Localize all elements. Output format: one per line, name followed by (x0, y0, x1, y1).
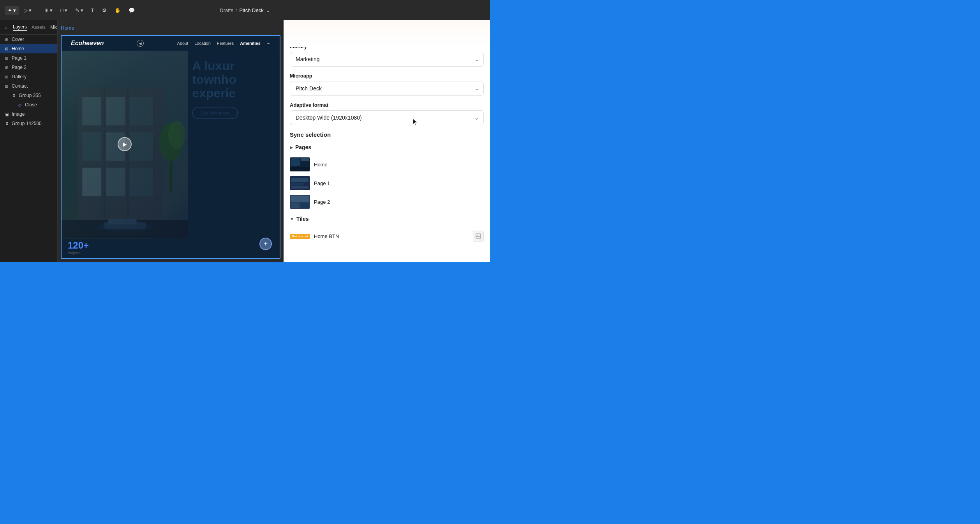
layer-group355[interactable]: ⠿ Group 355 (0, 91, 57, 100)
get-started-badge: Get started (290, 234, 310, 239)
layer-cover-label: Cover (12, 37, 24, 42)
hero-heading: A luxur townho experie (192, 59, 273, 101)
home-thumb-svg (290, 157, 310, 171)
layer-close[interactable]: ◇ Close (0, 100, 57, 109)
tile-image-btn[interactable] (473, 231, 484, 242)
svg-rect-29 (291, 196, 309, 202)
comment-tool-btn[interactable]: 💬 (125, 6, 138, 15)
move-icon: ▷ (24, 7, 28, 13)
layer-contact[interactable]: ⊞ Contact (0, 81, 57, 91)
layer-home[interactable]: ⊞ Home (0, 44, 57, 53)
tile-image-icon (476, 233, 481, 239)
layer-page2[interactable]: ⊞ Page 2 (0, 63, 57, 72)
adaptive-format-dropdown-wrapper: Desktop Wide (1920x1080) ⌄ (290, 110, 484, 125)
layer-page1-label: Page 1 (12, 55, 26, 61)
microapp-dropdown[interactable]: Pitch Deck (290, 81, 484, 96)
panel-body: ‹ Sync your microapp Library Marketing ⌄… (284, 21, 490, 258)
nav-back-btn: ◀ (137, 40, 144, 47)
toolbar-left-tools: ✦ ▾ ▷ ▾ ⊞ ▾ □ ▾ ✎ ▾ T (5, 6, 138, 15)
website-logo: Ecoheaven (71, 40, 104, 47)
hero-heading-line2: townho (192, 72, 236, 86)
layer-page1[interactable]: ⊞ Page 1 (0, 53, 57, 63)
frame-icon: ⊞ (44, 7, 49, 13)
sync-page-1: Page 1 (290, 174, 484, 192)
layer-gallery[interactable]: ⊞ Gallery (0, 72, 57, 81)
svg-rect-32 (476, 234, 481, 238)
library-dropdown-wrapper: Marketing ⌄ (290, 52, 484, 67)
select-dropdown-arrow: ▾ (13, 7, 16, 13)
page-thumb-page1 (290, 176, 310, 190)
tile-home-btn: Get started Home BTN (290, 227, 484, 245)
tiles-collapsible-header[interactable]: ▼ Tiles (290, 214, 484, 224)
vector-tool-btn[interactable]: ✎ ▾ (72, 6, 86, 15)
toolbar-sep-1 (38, 6, 38, 14)
tile-thumb-home-btn: Get started (290, 229, 310, 243)
layer-group142500[interactable]: ⠿ Group 142500 (0, 119, 57, 128)
vector-dropdown-arrow: ▾ (81, 7, 83, 13)
panel-back-btn[interactable]: ‹ (290, 27, 296, 36)
tab-microapp[interactable]: Microap... ▾ (50, 25, 58, 30)
close-diamond-icon: ◇ (17, 102, 23, 108)
tab-layers[interactable]: Layers (13, 23, 27, 31)
see-floor-plans-btn[interactable]: See floor plans (192, 107, 238, 119)
gallery-icon: ⊞ (4, 74, 9, 79)
hero-heading-line1: A luxur (192, 59, 234, 73)
canvas-frame-label: Home (61, 25, 74, 31)
hero-bottom-stats: 120+ Projects (62, 240, 280, 258)
nav-link-features: Features (217, 41, 234, 46)
sync-page1-label: Page 1 (314, 180, 330, 186)
page1-thumb-svg (290, 176, 310, 190)
vector-icon: ✎ (75, 7, 79, 13)
stat-projects: 120+ Projects (68, 240, 89, 255)
tab-assets[interactable]: Assets (32, 24, 46, 31)
shape-tool-btn[interactable]: □ ▾ (57, 6, 71, 15)
nav-link-about: About (177, 41, 188, 46)
component-tool-btn[interactable]: ⚙ (99, 6, 110, 15)
right-panel: Tiled × ‹ Sync your microapp Library Mar… (284, 0, 490, 262)
library-dropdown[interactable]: Marketing (290, 52, 484, 67)
layer-image[interactable]: ▣ Image (0, 109, 57, 119)
top-toolbar: ✦ ▾ ▷ ▾ ⊞ ▾ □ ▾ ✎ ▾ T (0, 0, 490, 20)
hand-tool-btn[interactable]: ✋ (111, 6, 124, 15)
website-preview: Ecoheaven ◀ About Location Features Amen… (62, 36, 280, 258)
breadcrumb-current[interactable]: Pitch Deck (240, 7, 264, 13)
select-icon: ✦ (8, 7, 12, 13)
svg-rect-26 (291, 183, 303, 185)
group355-icon: ⠿ (11, 93, 16, 98)
canvas-frame: Ecoheaven ◀ About Location Features Amen… (61, 35, 280, 259)
add-element-btn[interactable]: + (259, 238, 272, 250)
sync-selection-title: Sync selection (290, 131, 484, 138)
layer-group355-label: Group 355 (19, 93, 41, 98)
layer-image-label: Image (12, 111, 25, 117)
hero-text-area: A luxur townho experie See floor plans (186, 51, 280, 127)
svg-rect-23 (291, 167, 309, 171)
layer-home-label: Home (12, 46, 24, 51)
text-tool-btn[interactable]: T (88, 6, 97, 15)
layer-cover[interactable]: ⊞ Cover (0, 35, 57, 44)
svg-rect-21 (291, 158, 300, 166)
website-nav: Ecoheaven ◀ About Location Features Amen… (62, 36, 280, 51)
left-panel: ⌕ Layers Assets Microap... ▾ ⊞ Cover ⊞ H… (0, 20, 58, 262)
layer-panel-tabs: ⌕ Layers Assets Microap... ▾ (0, 20, 57, 35)
svg-rect-22 (301, 158, 309, 161)
hero-heading-line3: experie (192, 86, 236, 100)
sync-page-home-label: Home (314, 162, 328, 168)
frame-dropdown-arrow: ▾ (50, 7, 53, 13)
layers-search-icon[interactable]: ⌕ (4, 24, 8, 31)
shape-icon: □ (60, 7, 63, 13)
select-tool-btn[interactable]: ✦ ▾ (5, 6, 19, 15)
text-icon: T (91, 7, 94, 13)
stat-projects-label: Projects (68, 251, 89, 255)
svg-point-33 (477, 235, 478, 235)
page2-icon: ⊞ (4, 65, 9, 70)
breadcrumb-dropdown-arrow[interactable]: ⌄ (266, 7, 270, 13)
pages-collapsible-header[interactable]: ▶ Pages (290, 143, 484, 152)
play-button[interactable]: ▶ (118, 137, 132, 151)
adaptive-format-dropdown[interactable]: Desktop Wide (1920x1080) (290, 110, 484, 125)
sync-page-home: Home (290, 155, 484, 174)
frame-tool-btn[interactable]: ⊞ ▾ (41, 6, 56, 15)
move-tool-btn[interactable]: ▷ ▾ (21, 6, 35, 15)
stat-projects-number: 120+ (68, 240, 89, 251)
pages-chevron-icon: ▶ (290, 145, 293, 150)
svg-rect-25 (291, 178, 308, 182)
